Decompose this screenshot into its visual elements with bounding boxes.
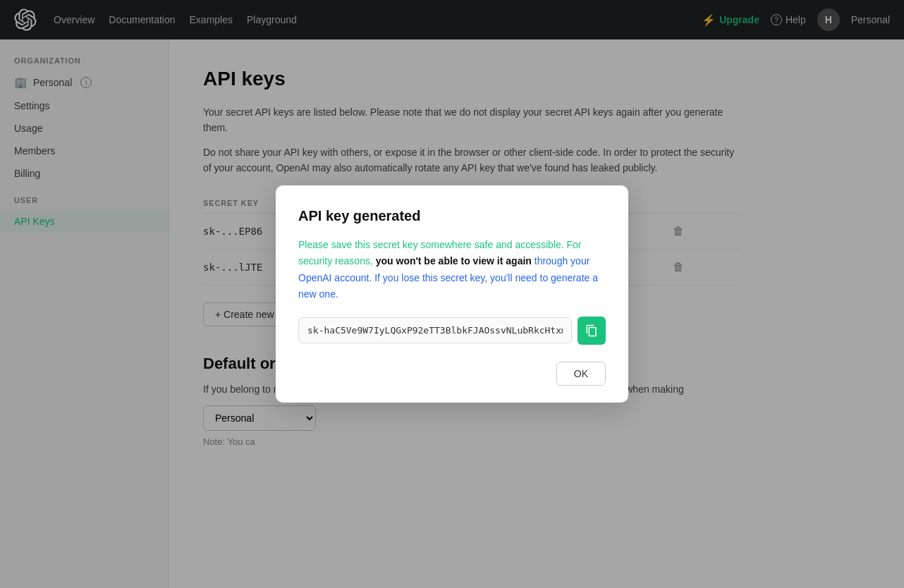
copy-icon	[585, 324, 598, 337]
api-key-input[interactable]	[298, 317, 572, 343]
modal-footer: OK	[298, 362, 606, 386]
modal-title: API key generated	[298, 208, 606, 224]
ok-button[interactable]: OK	[556, 362, 606, 386]
api-key-row	[298, 317, 606, 345]
modal-overlay: API key generated Please save this secre…	[0, 0, 904, 588]
copy-api-key-button[interactable]	[578, 317, 606, 345]
modal-desc-bold: you won't be able to view it again	[376, 255, 532, 267]
modal-description: Please save this secret key somewhere sa…	[298, 237, 606, 302]
api-key-generated-modal: API key generated Please save this secre…	[276, 185, 628, 402]
